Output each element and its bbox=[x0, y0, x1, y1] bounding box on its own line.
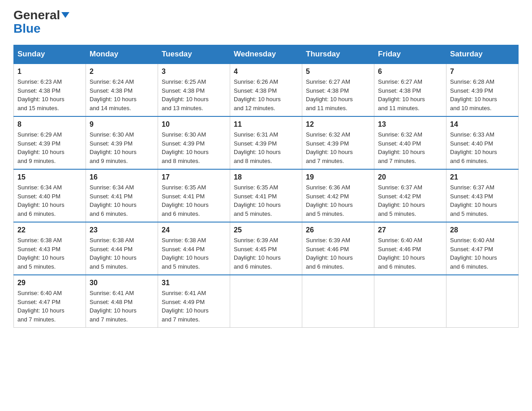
day-info: Sunrise: 6:41 AMSunset: 4:48 PMDaylight:… bbox=[90, 289, 154, 324]
day-number: 8 bbox=[17, 120, 82, 128]
day-info: Sunrise: 6:31 AMSunset: 4:39 PMDaylight:… bbox=[234, 130, 298, 165]
logo-general: General bbox=[13, 9, 60, 21]
calendar-cell: 24 Sunrise: 6:38 AMSunset: 4:44 PMDaylig… bbox=[158, 222, 230, 275]
day-number: 10 bbox=[162, 120, 226, 128]
calendar-cell: 1 Sunrise: 6:23 AMSunset: 4:38 PMDayligh… bbox=[14, 64, 86, 116]
day-info: Sunrise: 6:34 AMSunset: 4:41 PMDaylight:… bbox=[90, 183, 154, 218]
day-number: 27 bbox=[378, 226, 442, 234]
day-number: 24 bbox=[162, 226, 226, 234]
calendar-cell: 16 Sunrise: 6:34 AMSunset: 4:41 PMDaylig… bbox=[86, 169, 158, 222]
calendar-cell: 7 Sunrise: 6:28 AMSunset: 4:39 PMDayligh… bbox=[446, 64, 519, 116]
calendar-cell: 28 Sunrise: 6:40 AMSunset: 4:47 PMDaylig… bbox=[446, 222, 519, 275]
calendar-cell: 21 Sunrise: 6:37 AMSunset: 4:43 PMDaylig… bbox=[446, 169, 519, 222]
day-number: 22 bbox=[17, 226, 82, 234]
calendar-cell: 4 Sunrise: 6:26 AMSunset: 4:38 PMDayligh… bbox=[230, 64, 302, 116]
day-info: Sunrise: 6:24 AMSunset: 4:38 PMDaylight:… bbox=[90, 77, 154, 112]
page-header: General Blue bbox=[13, 9, 519, 36]
day-info: Sunrise: 6:40 AMSunset: 4:47 PMDaylight:… bbox=[17, 289, 82, 324]
calendar-cell bbox=[446, 275, 519, 328]
calendar-cell: 11 Sunrise: 6:31 AMSunset: 4:39 PMDaylig… bbox=[230, 116, 302, 169]
day-number: 6 bbox=[378, 68, 442, 76]
header-day-monday: Monday bbox=[86, 45, 158, 64]
day-info: Sunrise: 6:40 AMSunset: 4:47 PMDaylight:… bbox=[450, 236, 515, 271]
calendar-week-2: 8 Sunrise: 6:29 AMSunset: 4:39 PMDayligh… bbox=[14, 116, 519, 169]
calendar-cell: 2 Sunrise: 6:24 AMSunset: 4:38 PMDayligh… bbox=[86, 64, 158, 116]
day-info: Sunrise: 6:40 AMSunset: 4:46 PMDaylight:… bbox=[378, 236, 442, 271]
day-info: Sunrise: 6:29 AMSunset: 4:39 PMDaylight:… bbox=[17, 130, 82, 165]
day-number: 4 bbox=[234, 68, 298, 76]
day-info: Sunrise: 6:38 AMSunset: 4:44 PMDaylight:… bbox=[162, 236, 226, 271]
calendar-cell: 10 Sunrise: 6:30 AMSunset: 4:39 PMDaylig… bbox=[158, 116, 230, 169]
day-info: Sunrise: 6:26 AMSunset: 4:38 PMDaylight:… bbox=[234, 77, 298, 112]
day-number: 20 bbox=[378, 173, 442, 181]
day-info: Sunrise: 6:32 AMSunset: 4:39 PMDaylight:… bbox=[306, 130, 370, 165]
day-number: 17 bbox=[162, 173, 226, 181]
day-number: 15 bbox=[17, 173, 82, 181]
calendar-cell: 31 Sunrise: 6:41 AMSunset: 4:49 PMDaylig… bbox=[158, 275, 230, 328]
calendar-cell bbox=[302, 275, 374, 328]
logo: General Blue bbox=[13, 9, 69, 36]
day-number: 19 bbox=[306, 173, 370, 181]
logo-arrow-icon bbox=[61, 12, 69, 18]
calendar-cell: 29 Sunrise: 6:40 AMSunset: 4:47 PMDaylig… bbox=[14, 275, 86, 328]
calendar-cell: 22 Sunrise: 6:38 AMSunset: 4:43 PMDaylig… bbox=[14, 222, 86, 275]
day-number: 16 bbox=[90, 173, 154, 181]
day-info: Sunrise: 6:32 AMSunset: 4:40 PMDaylight:… bbox=[378, 130, 442, 165]
calendar-cell: 13 Sunrise: 6:32 AMSunset: 4:40 PMDaylig… bbox=[374, 116, 446, 169]
day-info: Sunrise: 6:39 AMSunset: 4:46 PMDaylight:… bbox=[306, 236, 370, 271]
calendar-cell: 15 Sunrise: 6:34 AMSunset: 4:40 PMDaylig… bbox=[14, 169, 86, 222]
calendar-cell: 14 Sunrise: 6:33 AMSunset: 4:40 PMDaylig… bbox=[446, 116, 519, 169]
day-number: 12 bbox=[306, 120, 370, 128]
day-number: 31 bbox=[162, 279, 226, 287]
calendar-cell: 19 Sunrise: 6:36 AMSunset: 4:42 PMDaylig… bbox=[302, 169, 374, 222]
calendar-cell: 17 Sunrise: 6:35 AMSunset: 4:41 PMDaylig… bbox=[158, 169, 230, 222]
calendar-week-1: 1 Sunrise: 6:23 AMSunset: 4:38 PMDayligh… bbox=[14, 64, 519, 116]
day-info: Sunrise: 6:39 AMSunset: 4:45 PMDaylight:… bbox=[234, 236, 298, 271]
header-day-sunday: Sunday bbox=[14, 45, 86, 64]
day-info: Sunrise: 6:25 AMSunset: 4:38 PMDaylight:… bbox=[162, 77, 226, 112]
calendar-cell: 18 Sunrise: 6:35 AMSunset: 4:41 PMDaylig… bbox=[230, 169, 302, 222]
calendar-cell bbox=[230, 275, 302, 328]
day-info: Sunrise: 6:38 AMSunset: 4:44 PMDaylight:… bbox=[90, 236, 154, 271]
day-info: Sunrise: 6:35 AMSunset: 4:41 PMDaylight:… bbox=[162, 183, 226, 218]
calendar-header: SundayMondayTuesdayWednesdayThursdayFrid… bbox=[14, 45, 519, 64]
logo-blue: Blue bbox=[13, 21, 41, 35]
day-info: Sunrise: 6:38 AMSunset: 4:43 PMDaylight:… bbox=[17, 236, 82, 271]
day-number: 14 bbox=[450, 120, 515, 128]
day-number: 25 bbox=[234, 226, 298, 234]
calendar-cell: 25 Sunrise: 6:39 AMSunset: 4:45 PMDaylig… bbox=[230, 222, 302, 275]
day-number: 28 bbox=[450, 226, 515, 234]
day-number: 5 bbox=[306, 68, 370, 76]
calendar-week-3: 15 Sunrise: 6:34 AMSunset: 4:40 PMDaylig… bbox=[14, 169, 519, 222]
day-number: 30 bbox=[90, 279, 154, 287]
day-info: Sunrise: 6:36 AMSunset: 4:42 PMDaylight:… bbox=[306, 183, 370, 218]
day-info: Sunrise: 6:34 AMSunset: 4:40 PMDaylight:… bbox=[17, 183, 82, 218]
day-number: 21 bbox=[450, 173, 515, 181]
day-number: 1 bbox=[17, 68, 82, 76]
calendar-cell: 26 Sunrise: 6:39 AMSunset: 4:46 PMDaylig… bbox=[302, 222, 374, 275]
day-number: 23 bbox=[90, 226, 154, 234]
day-number: 3 bbox=[162, 68, 226, 76]
day-info: Sunrise: 6:35 AMSunset: 4:41 PMDaylight:… bbox=[234, 183, 298, 218]
calendar-cell: 5 Sunrise: 6:27 AMSunset: 4:38 PMDayligh… bbox=[302, 64, 374, 116]
header-row: SundayMondayTuesdayWednesdayThursdayFrid… bbox=[14, 45, 519, 64]
calendar-cell: 30 Sunrise: 6:41 AMSunset: 4:48 PMDaylig… bbox=[86, 275, 158, 328]
calendar-table: SundayMondayTuesdayWednesdayThursdayFrid… bbox=[13, 45, 519, 328]
day-info: Sunrise: 6:30 AMSunset: 4:39 PMDaylight:… bbox=[90, 130, 154, 165]
calendar-cell: 8 Sunrise: 6:29 AMSunset: 4:39 PMDayligh… bbox=[14, 116, 86, 169]
day-info: Sunrise: 6:27 AMSunset: 4:38 PMDaylight:… bbox=[378, 77, 442, 112]
calendar-week-4: 22 Sunrise: 6:38 AMSunset: 4:43 PMDaylig… bbox=[14, 222, 519, 275]
calendar-cell bbox=[374, 275, 446, 328]
day-info: Sunrise: 6:41 AMSunset: 4:49 PMDaylight:… bbox=[162, 289, 226, 324]
day-number: 26 bbox=[306, 226, 370, 234]
day-info: Sunrise: 6:33 AMSunset: 4:40 PMDaylight:… bbox=[450, 130, 515, 165]
day-info: Sunrise: 6:37 AMSunset: 4:43 PMDaylight:… bbox=[450, 183, 515, 218]
day-number: 9 bbox=[90, 120, 154, 128]
header-day-saturday: Saturday bbox=[446, 45, 519, 64]
calendar-cell: 9 Sunrise: 6:30 AMSunset: 4:39 PMDayligh… bbox=[86, 116, 158, 169]
header-day-thursday: Thursday bbox=[302, 45, 374, 64]
day-info: Sunrise: 6:28 AMSunset: 4:39 PMDaylight:… bbox=[450, 77, 515, 112]
calendar-cell: 12 Sunrise: 6:32 AMSunset: 4:39 PMDaylig… bbox=[302, 116, 374, 169]
day-info: Sunrise: 6:27 AMSunset: 4:38 PMDaylight:… bbox=[306, 77, 370, 112]
day-number: 2 bbox=[90, 68, 154, 76]
